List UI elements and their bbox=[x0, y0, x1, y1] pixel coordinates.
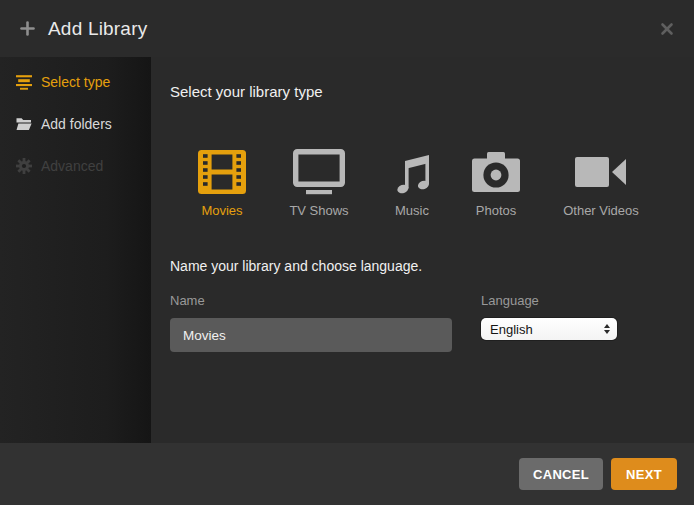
section-title: Select your library type bbox=[170, 84, 694, 99]
list-lines-icon bbox=[16, 74, 32, 90]
type-label: Photos bbox=[476, 203, 516, 218]
close-icon[interactable] bbox=[660, 22, 674, 36]
name-label: Name bbox=[170, 293, 452, 308]
sidebar-item-label: Select type bbox=[41, 74, 110, 90]
cancel-button[interactable]: CANCEL bbox=[519, 458, 603, 490]
sidebar-item-label: Add folders bbox=[41, 116, 112, 132]
sidebar-item-label: Advanced bbox=[41, 158, 103, 174]
type-option-photos[interactable]: Photos bbox=[467, 146, 525, 218]
sidebar-item-add-folders[interactable]: Add folders bbox=[0, 103, 151, 145]
form-title: Name your library and choose language. bbox=[170, 258, 694, 274]
dialog-header: Add Library bbox=[0, 0, 694, 57]
language-select[interactable]: English bbox=[481, 318, 617, 340]
type-label: Other Videos bbox=[563, 203, 639, 218]
main-panel: Select your library type Movies TV Shows bbox=[151, 57, 694, 443]
type-label: TV Shows bbox=[289, 203, 348, 218]
sidebar-item-select-type[interactable]: Select type bbox=[0, 61, 151, 103]
language-select-value: English bbox=[490, 322, 533, 337]
dialog-body: Select type Add folders Advanced Select … bbox=[0, 57, 694, 443]
film-icon bbox=[198, 146, 246, 198]
plus-icon bbox=[20, 21, 35, 36]
select-arrows-icon bbox=[604, 324, 610, 334]
folder-icon bbox=[16, 117, 32, 131]
language-field-group: Language English bbox=[481, 293, 617, 352]
sidebar-item-advanced[interactable]: Advanced bbox=[0, 145, 151, 187]
video-camera-icon bbox=[575, 146, 627, 198]
sidebar: Select type Add folders Advanced bbox=[0, 57, 151, 443]
add-library-dialog: Add Library Select type Add folders bbox=[0, 0, 694, 505]
type-option-movies[interactable]: Movies bbox=[192, 146, 252, 218]
music-note-icon bbox=[391, 146, 433, 198]
type-option-tv-shows[interactable]: TV Shows bbox=[281, 146, 357, 218]
next-button[interactable]: NEXT bbox=[611, 458, 677, 490]
dialog-title: Add Library bbox=[48, 18, 147, 40]
type-label: Movies bbox=[201, 203, 242, 218]
camera-icon bbox=[472, 146, 520, 198]
type-label: Music bbox=[395, 203, 429, 218]
name-field-group: Name bbox=[170, 293, 452, 352]
library-type-row: Movies TV Shows Music bbox=[192, 146, 694, 218]
type-option-other-videos[interactable]: Other Videos bbox=[554, 146, 648, 218]
dialog-footer: CANCEL NEXT bbox=[0, 443, 694, 505]
type-option-music[interactable]: Music bbox=[386, 146, 438, 218]
library-name-input[interactable] bbox=[170, 318, 452, 352]
language-label: Language bbox=[481, 293, 617, 308]
form-fields: Name Language English bbox=[170, 293, 694, 352]
gear-icon bbox=[16, 158, 32, 174]
tv-icon bbox=[293, 146, 345, 198]
